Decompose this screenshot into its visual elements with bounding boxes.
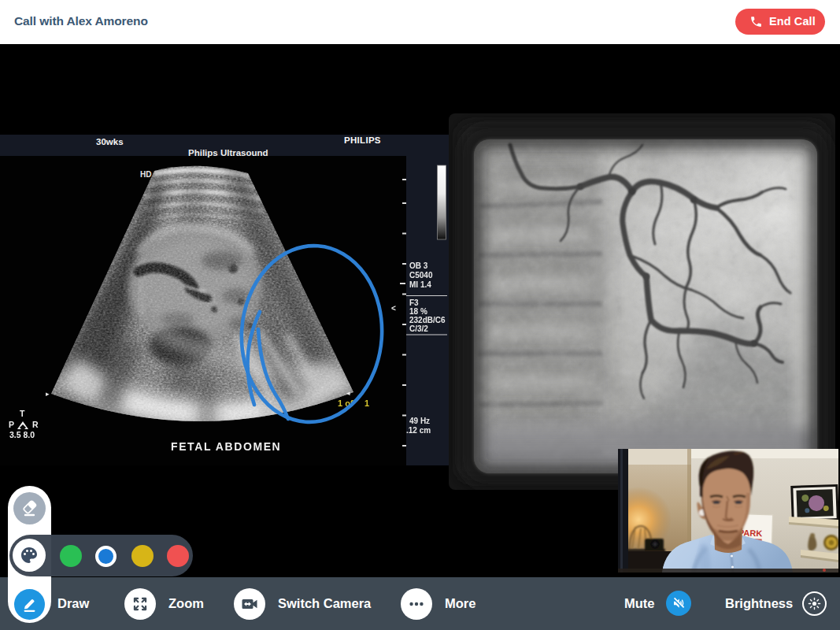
svg-text:C/3/2: C/3/2 [409,324,428,333]
svg-text:30wks: 30wks [96,137,124,146]
svg-text:49 Hz: 49 Hz [409,417,430,425]
svg-text:MI 1.4: MI 1.4 [409,280,431,289]
svg-text:18 %: 18 % [409,307,427,316]
svg-text:.12 cm: .12 cm [406,426,431,435]
svg-text:FETAL ABDOMEN: FETAL ABDOMEN [171,440,281,453]
svg-text:OB 3: OB 3 [409,261,428,270]
svg-text:3.5 8.0: 3.5 8.0 [9,430,35,439]
svg-text:P: P [9,420,14,429]
svg-text:1: 1 [364,398,369,408]
svg-text:Philips Ultrasound: Philips Ultrasound [188,148,268,158]
svg-text:232dB/C6: 232dB/C6 [409,316,446,324]
svg-text:PHILIPS: PHILIPS [344,135,381,145]
svg-text:F3: F3 [409,298,419,307]
svg-text:▸: ▸ [46,390,50,398]
svg-text:T: T [20,409,25,418]
svg-text:HD: HD [140,170,151,179]
svg-text:C5040: C5040 [409,271,433,280]
svg-text:<: < [391,304,396,313]
svg-text:R: R [32,420,39,429]
svg-text:◂: ◂ [346,389,350,397]
